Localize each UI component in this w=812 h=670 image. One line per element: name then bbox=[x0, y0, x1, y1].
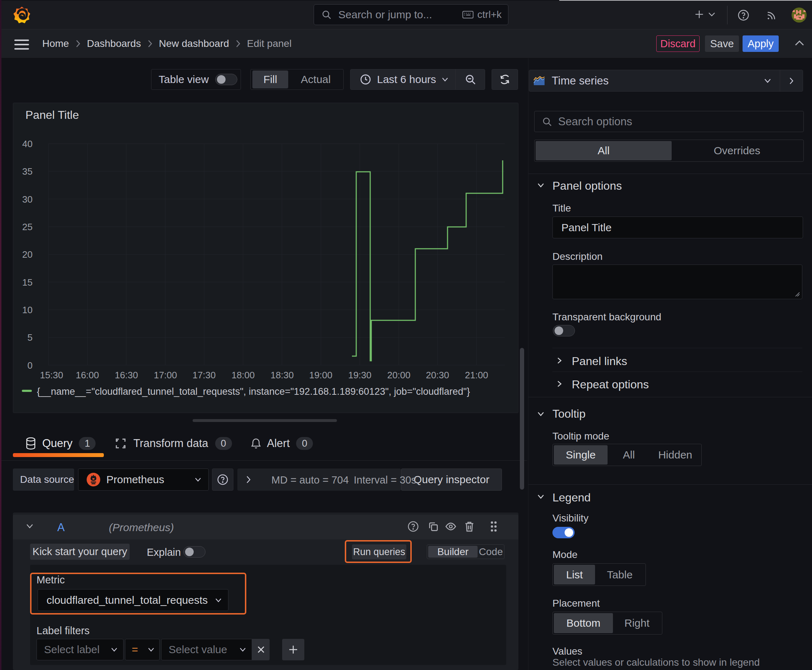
svg-text:16:30: 16:30 bbox=[115, 370, 138, 381]
svg-text:15: 15 bbox=[22, 277, 32, 288]
svg-text:25: 25 bbox=[22, 222, 32, 232]
svg-text:35: 35 bbox=[22, 166, 32, 177]
svg-text:20: 20 bbox=[22, 249, 32, 260]
svg-text:19:30: 19:30 bbox=[348, 370, 371, 381]
svg-text:30: 30 bbox=[22, 194, 32, 205]
svg-text:21:00: 21:00 bbox=[465, 370, 488, 381]
svg-text:18:00: 18:00 bbox=[231, 370, 254, 381]
svg-text:{__name__="cloudflared_tunnel_: {__name__="cloudflared_tunnel_total_requ… bbox=[37, 386, 470, 397]
svg-text:19:00: 19:00 bbox=[309, 370, 332, 381]
svg-text:17:30: 17:30 bbox=[192, 370, 215, 381]
svg-text:18:30: 18:30 bbox=[270, 370, 293, 381]
svg-text:20:30: 20:30 bbox=[425, 370, 449, 381]
svg-text:15:30: 15:30 bbox=[40, 370, 63, 381]
svg-text:40: 40 bbox=[22, 139, 32, 149]
svg-text:17:00: 17:00 bbox=[154, 370, 177, 381]
svg-text:20:00: 20:00 bbox=[387, 370, 410, 381]
svg-text:0: 0 bbox=[27, 360, 32, 371]
svg-text:10: 10 bbox=[22, 305, 32, 315]
svg-text:16:00: 16:00 bbox=[76, 370, 99, 381]
svg-text:5: 5 bbox=[27, 332, 32, 343]
